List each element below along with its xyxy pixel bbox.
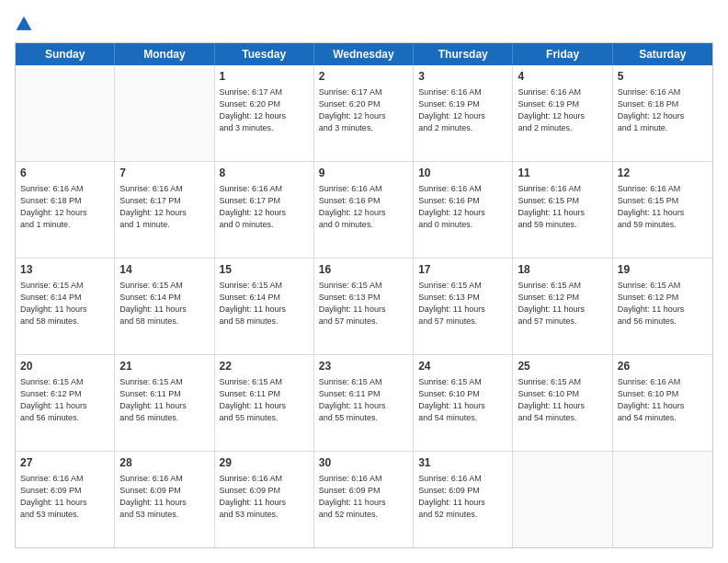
- cell-info: Sunrise: 6:15 AM Sunset: 6:12 PM Dayligh…: [20, 376, 109, 424]
- calendar-cell: 17Sunrise: 6:15 AM Sunset: 6:13 PM Dayli…: [414, 259, 513, 354]
- cell-info: Sunrise: 6:16 AM Sunset: 6:15 PM Dayligh…: [518, 183, 607, 231]
- calendar-row: 6Sunrise: 6:16 AM Sunset: 6:18 PM Daylig…: [16, 162, 712, 259]
- cell-info: Sunrise: 6:16 AM Sunset: 6:17 PM Dayligh…: [119, 183, 209, 231]
- day-number: 13: [20, 262, 109, 278]
- page: SundayMondayTuesdayWednesdayThursdayFrid…: [0, 0, 728, 563]
- calendar-cell: 24Sunrise: 6:15 AM Sunset: 6:10 PM Dayli…: [414, 355, 513, 451]
- day-number: 29: [220, 455, 309, 471]
- calendar-cell: 14Sunrise: 6:15 AM Sunset: 6:14 PM Dayli…: [115, 259, 214, 354]
- cell-info: Sunrise: 6:16 AM Sunset: 6:17 PM Dayligh…: [220, 183, 309, 231]
- calendar-cell: 12Sunrise: 6:16 AM Sunset: 6:15 PM Dayli…: [613, 162, 712, 258]
- cell-info: Sunrise: 6:16 AM Sunset: 6:09 PM Dayligh…: [119, 473, 209, 521]
- day-number: 25: [518, 359, 607, 374]
- day-number: 10: [418, 166, 507, 181]
- day-number: 22: [220, 359, 309, 374]
- calendar-cell: 2Sunrise: 6:17 AM Sunset: 6:20 PM Daylig…: [314, 65, 414, 161]
- day-number: 21: [119, 359, 209, 374]
- day-number: 30: [319, 455, 408, 471]
- calendar-cell: 8Sunrise: 6:16 AM Sunset: 6:17 PM Daylig…: [215, 162, 314, 258]
- cell-info: Sunrise: 6:16 AM Sunset: 6:16 PM Dayligh…: [418, 183, 507, 231]
- cell-info: Sunrise: 6:15 AM Sunset: 6:11 PM Dayligh…: [319, 376, 408, 424]
- calendar-row: 13Sunrise: 6:15 AM Sunset: 6:14 PM Dayli…: [16, 259, 712, 355]
- calendar-cell: 3Sunrise: 6:16 AM Sunset: 6:19 PM Daylig…: [414, 65, 513, 161]
- cell-info: Sunrise: 6:16 AM Sunset: 6:09 PM Dayligh…: [220, 473, 309, 521]
- calendar-cell: 13Sunrise: 6:15 AM Sunset: 6:14 PM Dayli…: [16, 259, 115, 354]
- calendar-cell: 19Sunrise: 6:15 AM Sunset: 6:12 PM Dayli…: [613, 259, 712, 354]
- day-number: 8: [220, 166, 309, 181]
- calendar-cell: 15Sunrise: 6:15 AM Sunset: 6:14 PM Dayli…: [215, 259, 314, 354]
- cell-info: Sunrise: 6:16 AM Sunset: 6:09 PM Dayligh…: [418, 473, 507, 521]
- calendar-cell: 21Sunrise: 6:15 AM Sunset: 6:11 PM Dayli…: [115, 355, 214, 451]
- day-number: 2: [319, 69, 408, 85]
- cell-info: Sunrise: 6:15 AM Sunset: 6:13 PM Dayligh…: [319, 280, 408, 327]
- calendar-cell: 26Sunrise: 6:16 AM Sunset: 6:10 PM Dayli…: [613, 355, 712, 451]
- calendar-cell: 5Sunrise: 6:16 AM Sunset: 6:18 PM Daylig…: [613, 65, 712, 161]
- day-number: 7: [119, 166, 209, 181]
- calendar-cell: 23Sunrise: 6:15 AM Sunset: 6:11 PM Dayli…: [314, 355, 414, 451]
- day-number: 28: [119, 455, 209, 471]
- calendar-cell: 4Sunrise: 6:16 AM Sunset: 6:19 PM Daylig…: [513, 65, 612, 161]
- cell-info: Sunrise: 6:16 AM Sunset: 6:09 PM Dayligh…: [319, 473, 408, 521]
- calendar-cell: 1Sunrise: 6:17 AM Sunset: 6:20 PM Daylig…: [215, 65, 314, 161]
- calendar-cell: 10Sunrise: 6:16 AM Sunset: 6:16 PM Dayli…: [414, 162, 513, 258]
- cell-info: Sunrise: 6:17 AM Sunset: 6:20 PM Dayligh…: [220, 86, 309, 134]
- logo-icon: [15, 15, 33, 33]
- cell-info: Sunrise: 6:16 AM Sunset: 6:09 PM Dayligh…: [20, 473, 109, 521]
- day-number: 12: [618, 166, 708, 181]
- weekday-header: Friday: [513, 43, 612, 65]
- cell-info: Sunrise: 6:15 AM Sunset: 6:11 PM Dayligh…: [220, 376, 309, 424]
- cell-info: Sunrise: 6:15 AM Sunset: 6:13 PM Dayligh…: [418, 280, 507, 327]
- day-number: 27: [20, 455, 109, 471]
- day-number: 5: [618, 69, 708, 85]
- day-number: 23: [319, 359, 408, 374]
- calendar-cell: 25Sunrise: 6:15 AM Sunset: 6:10 PM Dayli…: [513, 355, 612, 451]
- logo: [15, 15, 35, 33]
- cell-info: Sunrise: 6:16 AM Sunset: 6:18 PM Dayligh…: [618, 86, 708, 134]
- day-number: 3: [418, 69, 507, 85]
- day-number: 26: [618, 359, 708, 374]
- calendar-cell: 6Sunrise: 6:16 AM Sunset: 6:18 PM Daylig…: [16, 162, 115, 258]
- cell-info: Sunrise: 6:16 AM Sunset: 6:19 PM Dayligh…: [418, 86, 507, 134]
- weekday-header: Saturday: [613, 43, 712, 65]
- day-number: 14: [119, 262, 209, 278]
- day-number: 6: [20, 166, 109, 181]
- day-number: 15: [220, 262, 309, 278]
- day-number: 19: [618, 262, 708, 278]
- day-number: 31: [418, 455, 507, 471]
- cell-info: Sunrise: 6:15 AM Sunset: 6:10 PM Dayligh…: [418, 376, 507, 424]
- calendar-cell: [613, 452, 712, 547]
- cell-info: Sunrise: 6:15 AM Sunset: 6:14 PM Dayligh…: [20, 280, 109, 327]
- cell-info: Sunrise: 6:15 AM Sunset: 6:12 PM Dayligh…: [518, 280, 607, 327]
- weekday-header: Thursday: [414, 43, 513, 65]
- calendar-body: 1Sunrise: 6:17 AM Sunset: 6:20 PM Daylig…: [16, 65, 712, 547]
- calendar-cell: 7Sunrise: 6:16 AM Sunset: 6:17 PM Daylig…: [115, 162, 214, 258]
- weekday-header: Tuesday: [215, 43, 314, 65]
- calendar-cell: [16, 65, 115, 161]
- weekday-header: Wednesday: [314, 43, 414, 65]
- day-number: 17: [418, 262, 507, 278]
- day-number: 16: [319, 262, 408, 278]
- day-number: 9: [319, 166, 408, 181]
- weekday-header: Monday: [115, 43, 214, 65]
- calendar-cell: [115, 65, 214, 161]
- calendar: SundayMondayTuesdayWednesdayThursdayFrid…: [15, 42, 713, 548]
- weekday-header: Sunday: [16, 43, 115, 65]
- calendar-cell: 9Sunrise: 6:16 AM Sunset: 6:16 PM Daylig…: [314, 162, 414, 258]
- calendar-cell: 11Sunrise: 6:16 AM Sunset: 6:15 PM Dayli…: [513, 162, 612, 258]
- day-number: 24: [418, 359, 507, 374]
- cell-info: Sunrise: 6:16 AM Sunset: 6:19 PM Dayligh…: [518, 86, 607, 134]
- cell-info: Sunrise: 6:16 AM Sunset: 6:16 PM Dayligh…: [319, 183, 408, 231]
- calendar-cell: 16Sunrise: 6:15 AM Sunset: 6:13 PM Dayli…: [314, 259, 414, 354]
- calendar-header: SundayMondayTuesdayWednesdayThursdayFrid…: [16, 43, 712, 65]
- cell-info: Sunrise: 6:15 AM Sunset: 6:14 PM Dayligh…: [119, 280, 209, 327]
- cell-info: Sunrise: 6:16 AM Sunset: 6:10 PM Dayligh…: [618, 376, 708, 424]
- cell-info: Sunrise: 6:15 AM Sunset: 6:12 PM Dayligh…: [618, 280, 708, 327]
- calendar-cell: [513, 452, 612, 547]
- cell-info: Sunrise: 6:15 AM Sunset: 6:11 PM Dayligh…: [119, 376, 209, 424]
- day-number: 18: [518, 262, 607, 278]
- calendar-row: 20Sunrise: 6:15 AM Sunset: 6:12 PM Dayli…: [16, 355, 712, 452]
- calendar-cell: 18Sunrise: 6:15 AM Sunset: 6:12 PM Dayli…: [513, 259, 612, 354]
- calendar-cell: 31Sunrise: 6:16 AM Sunset: 6:09 PM Dayli…: [414, 452, 513, 547]
- cell-info: Sunrise: 6:17 AM Sunset: 6:20 PM Dayligh…: [319, 86, 408, 134]
- calendar-cell: 22Sunrise: 6:15 AM Sunset: 6:11 PM Dayli…: [215, 355, 314, 451]
